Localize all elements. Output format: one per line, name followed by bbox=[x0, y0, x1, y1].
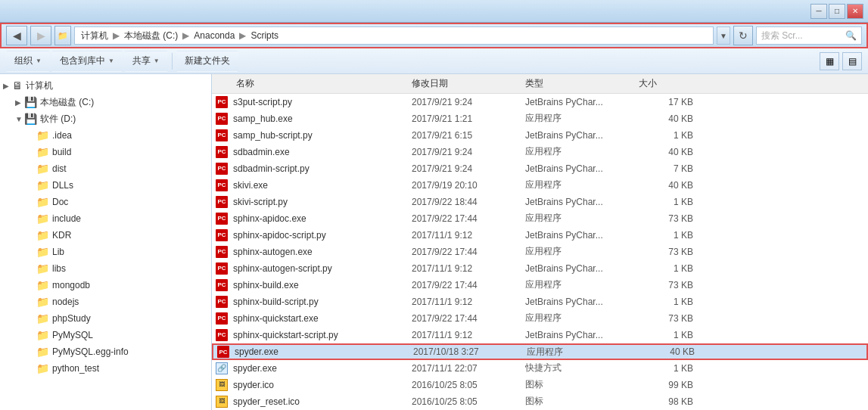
file-type-icon: PC bbox=[216, 213, 228, 225]
tree-item-pymysql[interactable]: 📁 PyMySQL bbox=[0, 327, 211, 343]
table-row[interactable]: 🖼 spyder.ico 2016/10/25 8:05 图标 99 KB bbox=[212, 377, 868, 393]
tree-item-build[interactable]: 📁 build bbox=[0, 144, 211, 160]
tree-item-c-drive[interactable]: ▶ 💾 本地磁盘 (C:) bbox=[0, 94, 211, 110]
tree-label-libs: libs bbox=[52, 263, 66, 274]
file-type: 应用程序 bbox=[525, 245, 639, 258]
tree-item-kdr[interactable]: 📁 KDR bbox=[0, 227, 211, 244]
file-type-icon: 🖼 bbox=[216, 379, 228, 391]
file-name: samp_hub-script.py bbox=[233, 130, 412, 141]
tree-label-phpstudy: phpStudy bbox=[52, 313, 91, 324]
close-button[interactable]: ✕ bbox=[847, 4, 863, 19]
file-type: JetBrains PyChar... bbox=[525, 163, 639, 174]
tree-item-lib[interactable]: 📁 Lib bbox=[0, 244, 211, 260]
file-date: 2017/11/1 9:12 bbox=[412, 297, 525, 307]
table-row[interactable]: PC sphinx-build-script.py 2017/11/1 9:12… bbox=[212, 294, 868, 310]
tree-item-python-test[interactable]: 📁 python_test bbox=[0, 360, 211, 377]
table-row[interactable]: PC sphinx-build.exe 2017/9/22 17:44 应用程序… bbox=[212, 277, 868, 294]
file-name: sphinx-build.exe bbox=[233, 280, 412, 290]
table-row[interactable]: 🔗 spyder.exe 2017/11/1 22:07 快捷方式 1 KB bbox=[212, 360, 868, 377]
file-name: sdbadmin.exe bbox=[233, 147, 412, 157]
table-row[interactable]: PC spyder.exe 2017/10/18 3:27 应用程序 40 KB bbox=[212, 343, 868, 360]
table-row[interactable]: PC skivi.exe 2017/9/19 20:10 应用程序 40 KB bbox=[212, 177, 868, 194]
file-size: 73 KB bbox=[639, 247, 699, 257]
breadcrumb[interactable]: 计算机 ▶ 本地磁盘 (C:) ▶ Anaconda ▶ Scripts bbox=[74, 26, 714, 45]
file-type: JetBrains PyChar... bbox=[525, 197, 639, 207]
file-type-icon: PC bbox=[216, 129, 228, 141]
file-name: spyder.exe bbox=[235, 346, 413, 357]
tree-item-pymysql-egg-info[interactable]: 📁 PyMySQL.egg-info bbox=[0, 343, 211, 360]
table-row[interactable]: PC sphinx-quickstart.exe 2017/9/22 17:44… bbox=[212, 310, 868, 327]
search-box[interactable]: 搜索 Scr... 🔍 bbox=[756, 26, 862, 45]
table-row[interactable]: PC skivi-script.py 2017/9/22 18:44 JetBr… bbox=[212, 194, 868, 210]
back-button[interactable]: ◀ bbox=[6, 26, 27, 45]
table-row[interactable]: 🖼 spyder_reset.ico 2016/10/25 8:05 图标 98… bbox=[212, 393, 868, 410]
breadcrumb-item-drive[interactable]: 本地磁盘 (C:) bbox=[124, 30, 178, 42]
forward-button[interactable]: ▶ bbox=[30, 26, 51, 45]
tree-item-libs[interactable]: 📁 libs bbox=[0, 260, 211, 277]
table-row[interactable]: PC sphinx-autogen.exe 2017/9/22 17:44 应用… bbox=[212, 244, 868, 260]
file-type-icon: PC bbox=[216, 246, 228, 258]
file-type: JetBrains PyChar... bbox=[525, 330, 639, 340]
file-size: 73 KB bbox=[639, 213, 699, 224]
tree-item-doc[interactable]: 📁 Doc bbox=[0, 194, 211, 210]
file-size: 40 KB bbox=[639, 113, 699, 124]
table-row[interactable]: PC s3put-script.py 2017/9/21 9:24 JetBra… bbox=[212, 94, 868, 110]
tree-label-build: build bbox=[52, 147, 71, 157]
table-row[interactable]: PC sdbadmin-script.py 2017/9/21 9:24 Jet… bbox=[212, 160, 868, 177]
column-date[interactable]: 修改日期 bbox=[412, 77, 525, 90]
organize-button[interactable]: 组织 ▼ bbox=[6, 51, 50, 72]
table-row[interactable]: PC sphinx-autogen-script.py 2017/11/1 9:… bbox=[212, 260, 868, 277]
table-row[interactable]: PC sphinx-apidoc.exe 2017/9/22 17:44 应用程… bbox=[212, 210, 868, 227]
tree-item-d-drive[interactable]: ▼ 💾 软件 (D:) bbox=[0, 110, 211, 127]
file-size: 17 KB bbox=[639, 97, 699, 107]
file-date: 2016/10/25 8:05 bbox=[412, 396, 525, 407]
column-type[interactable]: 类型 bbox=[525, 77, 639, 90]
tree-item-nodejs[interactable]: 📁 nodejs bbox=[0, 294, 211, 310]
tree-label-doc: Doc bbox=[52, 197, 68, 207]
file-type: JetBrains PyChar... bbox=[525, 230, 639, 241]
table-row[interactable]: PC sphinx-quickstart-script.py 2017/11/1… bbox=[212, 327, 868, 343]
tree-item-idea[interactable]: 📁 .idea bbox=[0, 127, 211, 144]
file-size: 73 KB bbox=[639, 313, 699, 324]
table-row[interactable]: PC samp_hub-script.py 2017/9/21 6:15 Jet… bbox=[212, 127, 868, 144]
table-row[interactable]: PC samp_hub.exe 2017/9/21 1:21 应用程序 40 K… bbox=[212, 110, 868, 127]
include-library-button[interactable]: 包含到库中 ▼ bbox=[51, 51, 123, 72]
breadcrumb-item-scripts[interactable]: Scripts bbox=[250, 30, 278, 41]
file-name: sphinx-autogen-script.py bbox=[233, 263, 412, 274]
file-type-icon: PC bbox=[216, 179, 228, 191]
tree-item-computer[interactable]: ▶ 🖥 计算机 bbox=[0, 77, 211, 94]
file-size: 40 KB bbox=[640, 346, 701, 357]
minimize-button[interactable]: ─ bbox=[810, 4, 827, 19]
column-size[interactable]: 大小 bbox=[639, 77, 699, 90]
file-type-icon: PC bbox=[216, 229, 228, 241]
column-name[interactable]: 名称 bbox=[215, 77, 412, 90]
expand-icon: ▼ bbox=[15, 115, 23, 123]
file-type: JetBrains PyChar... bbox=[525, 297, 639, 307]
folder-icon: 📁 bbox=[36, 296, 49, 308]
tree-item-phpstudy[interactable]: 📁 phpStudy bbox=[0, 310, 211, 327]
file-date: 2017/9/21 9:24 bbox=[412, 147, 525, 157]
maximize-button[interactable]: □ bbox=[829, 4, 845, 19]
table-row[interactable]: PC sphinx-apidoc-script.py 2017/11/1 9:1… bbox=[212, 227, 868, 244]
file-type-icon: PC bbox=[216, 279, 228, 291]
tree-item-mongodb[interactable]: 📁 mongodb bbox=[0, 277, 211, 294]
file-icon: PC bbox=[215, 328, 229, 342]
tree-item-dlls[interactable]: 📁 DLLs bbox=[0, 177, 211, 194]
left-panel: ▶ 🖥 计算机 ▶ 💾 本地磁盘 (C:) ▼ 💾 软件 (D:) 📁 .ide… bbox=[0, 74, 212, 410]
view-icon-button[interactable]: ▦ bbox=[820, 52, 839, 70]
breadcrumb-item-anaconda[interactable]: Anaconda bbox=[194, 30, 235, 41]
table-row[interactable]: PC sdbadmin.exe 2017/9/21 9:24 应用程序 40 K… bbox=[212, 144, 868, 160]
breadcrumb-item-computer[interactable]: 计算机 bbox=[81, 30, 108, 42]
refresh-button[interactable]: ↻ bbox=[733, 26, 753, 45]
expand-icon: ▶ bbox=[15, 98, 23, 107]
view-list-button[interactable]: ▤ bbox=[842, 52, 862, 70]
up-button[interactable]: 📁 bbox=[54, 26, 71, 45]
file-type-icon: 🖼 bbox=[216, 396, 228, 408]
file-name: sphinx-apidoc.exe bbox=[233, 213, 412, 224]
tree-item-include[interactable]: 📁 include bbox=[0, 210, 211, 227]
tree-item-dist[interactable]: 📁 dist bbox=[0, 160, 211, 177]
new-folder-button[interactable]: 新建文件夹 bbox=[176, 51, 238, 72]
share-button[interactable]: 共享 ▼ bbox=[124, 51, 168, 72]
new-folder-label: 新建文件夹 bbox=[185, 54, 230, 67]
address-dropdown-button[interactable]: ▼ bbox=[717, 26, 730, 45]
